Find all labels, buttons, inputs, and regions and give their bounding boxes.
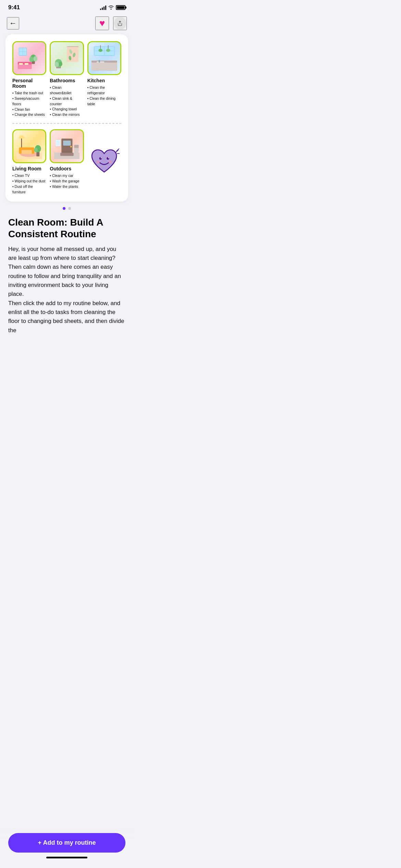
bottom-rooms-grid: Living Room Clean TV Wiping out the dust…: [12, 129, 121, 195]
svg-rect-52: [74, 147, 78, 153]
svg-point-41: [34, 148, 38, 152]
back-arrow-icon: ←: [9, 19, 17, 28]
room-outdoors-tasks: Clean my car Wash the garage Water the p…: [50, 173, 84, 189]
mascot-heart-icon: [89, 147, 120, 178]
article-body: Hey, is your home all messed up, and you…: [8, 245, 125, 335]
room-living-image: [12, 129, 46, 163]
room-personal-image: [12, 41, 46, 75]
svg-point-30: [98, 49, 102, 52]
signal-icon: [100, 5, 106, 10]
section-divider: [12, 123, 121, 124]
share-button[interactable]: [113, 16, 127, 30]
room-bathrooms-tasks: Clean shower&toilet Clean sink & counter…: [50, 85, 84, 118]
svg-rect-27: [99, 60, 100, 63]
room-kitchen-card: Kitchen Clean the refrigerator Clean the…: [87, 41, 121, 118]
svg-marker-43: [19, 135, 25, 138]
svg-rect-21: [54, 68, 80, 71]
room-personal-card: Personal Room Take the trash out Sweep/v…: [12, 41, 46, 118]
room-bathrooms-card: Bathrooms Clean shower&toilet Clean sink…: [50, 41, 84, 118]
svg-point-6: [29, 57, 34, 62]
svg-rect-10: [19, 63, 23, 65]
svg-point-20: [59, 62, 62, 66]
nav-actions: ♥: [95, 16, 127, 30]
svg-rect-48: [63, 141, 71, 146]
wifi-icon: [108, 5, 114, 11]
top-rooms-grid: Personal Room Take the trash out Sweep/v…: [12, 41, 121, 118]
heart-icon: ♥: [99, 18, 105, 29]
room-living-tasks: Clean TV Wiping out the dust Dust off th…: [12, 173, 46, 195]
dot-2: [68, 207, 71, 210]
back-button[interactable]: ←: [7, 17, 19, 29]
status-bar: 9:41: [0, 0, 134, 14]
svg-point-58: [96, 161, 100, 163]
room-living-title: Living Room: [12, 166, 46, 171]
svg-rect-28: [92, 63, 117, 71]
room-card-container: Personal Room Take the trash out Sweep/v…: [5, 34, 128, 202]
svg-rect-12: [67, 47, 78, 62]
svg-point-32: [106, 49, 110, 52]
room-living-card: Living Room Clean TV Wiping out the dust…: [12, 129, 46, 195]
room-outdoor-image: [50, 129, 84, 163]
status-icons: [100, 5, 125, 11]
svg-point-56: [101, 157, 102, 158]
room-kitchen-tasks: Clean the refrigerator Clean the dining …: [87, 85, 121, 107]
svg-rect-38: [32, 149, 34, 154]
svg-point-19: [54, 62, 59, 67]
svg-rect-49: [60, 153, 74, 156]
favorite-button[interactable]: ♥: [95, 16, 109, 30]
svg-point-57: [108, 157, 109, 158]
room-kitchen-title: Kitchen: [87, 78, 121, 83]
article-title: Clean Room: Build A Consistent Routine: [8, 217, 125, 240]
dot-1: [63, 207, 65, 210]
room-personal-tasks: Take the trash out Sweep/vacuum floors C…: [12, 91, 46, 118]
nav-bar: ← ♥: [0, 14, 134, 34]
room-bathrooms-title: Bathrooms: [50, 78, 84, 83]
room-personal-title: Personal Room: [12, 78, 46, 89]
room-outdoors-title: Outdoors: [50, 166, 84, 171]
battery-icon: [116, 5, 125, 10]
page-dots: [0, 207, 134, 210]
svg-rect-53: [74, 145, 78, 148]
mascot-container: [87, 129, 121, 195]
svg-rect-37: [19, 149, 22, 154]
share-circle: [114, 17, 126, 29]
svg-point-59: [109, 161, 112, 163]
status-time: 9:41: [8, 4, 20, 11]
svg-rect-11: [25, 63, 28, 65]
room-outdoors-card: Outdoors Clean my car Wash the garage Wa…: [50, 129, 84, 195]
svg-point-47: [70, 146, 72, 147]
svg-rect-51: [56, 141, 60, 146]
svg-point-7: [34, 56, 38, 61]
room-kitchen-image: [87, 41, 121, 75]
content-section: Clean Room: Build A Consistent Routine H…: [0, 215, 134, 376]
room-bathroom-image: [50, 41, 84, 75]
